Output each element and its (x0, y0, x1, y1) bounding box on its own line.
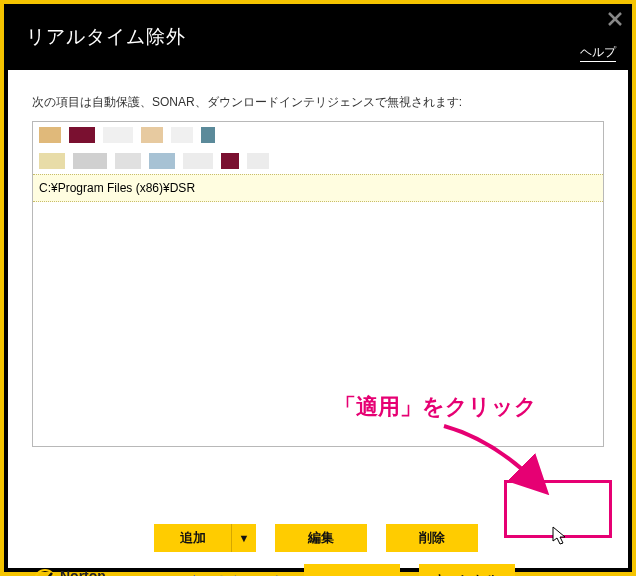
list-item[interactable] (33, 148, 603, 174)
edit-button[interactable]: 編集 (275, 524, 367, 552)
add-dropdown-button[interactable]: ▼ (232, 524, 256, 552)
content-panel: 次の項目は自動保護、SONAR、ダウンロードインテリジェンスで無視されます: C… (8, 70, 628, 568)
dialog-buttons: OK キャンセル 適用 (8, 564, 628, 576)
titlebar: リアルタイム除外 ヘルプ (4, 4, 632, 66)
cancel-button[interactable]: キャンセル (419, 564, 515, 576)
list-item-selected[interactable]: C:¥Program Files (x86)¥DSR (33, 174, 603, 202)
delete-button[interactable]: 削除 (386, 524, 478, 552)
close-icon[interactable] (606, 10, 624, 28)
add-button[interactable]: 追加 (154, 524, 232, 552)
exclusion-list[interactable]: C:¥Program Files (x86)¥DSR (32, 121, 604, 447)
list-item[interactable] (33, 122, 603, 148)
description-text: 次の項目は自動保護、SONAR、ダウンロードインテリジェンスで無視されます: (8, 70, 628, 121)
list-action-buttons: 追加▼ 編集 削除 (8, 524, 628, 554)
ok-button[interactable]: OK (304, 564, 400, 576)
help-link[interactable]: ヘルプ (580, 44, 616, 62)
window-title: リアルタイム除外 (4, 4, 632, 50)
